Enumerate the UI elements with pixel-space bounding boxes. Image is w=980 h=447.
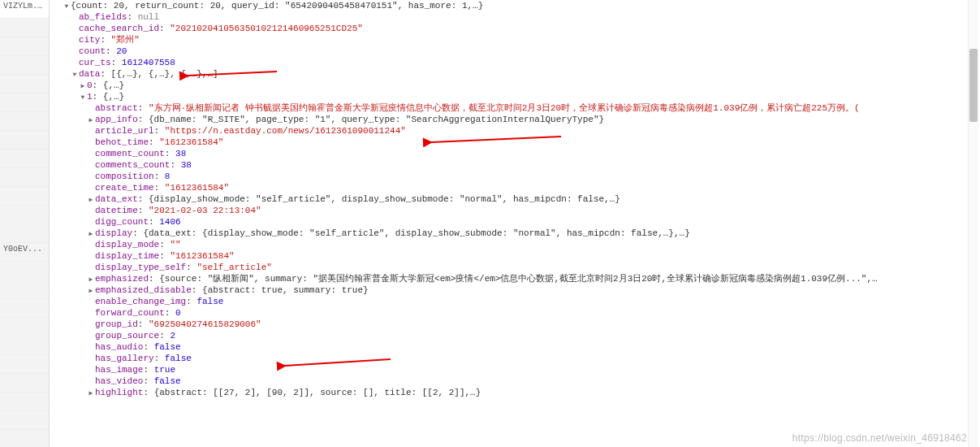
key-group_id: group_id bbox=[95, 319, 138, 329]
sidebar-item[interactable]: VIZYLm... bbox=[0, 0, 49, 19]
val-data: [{,…}, {,…}, {,…},…] bbox=[111, 69, 218, 79]
val-ab_fields: null bbox=[138, 12, 159, 22]
sidebar-item[interactable] bbox=[0, 430, 49, 447]
key-display_type_self: display_type_self bbox=[95, 263, 186, 272]
sidebar-item[interactable] bbox=[0, 187, 49, 206]
val-composition: 8 bbox=[165, 171, 171, 181]
key-1: 1 bbox=[87, 92, 93, 102]
expand-toggle[interactable] bbox=[87, 228, 95, 240]
val-article_url: "https://n.eastday.com/news/161236109001… bbox=[165, 126, 406, 136]
sidebar-item[interactable] bbox=[0, 206, 49, 224]
val-has_video: false bbox=[154, 376, 181, 386]
key-display_mode: display_mode bbox=[95, 240, 159, 250]
expand-toggle[interactable] bbox=[79, 80, 87, 92]
sidebar-item[interactable] bbox=[0, 393, 49, 411]
key-data: data bbox=[79, 69, 100, 79]
key-display: display bbox=[95, 228, 132, 238]
key-has_video: has_video bbox=[95, 376, 143, 386]
sidebar-item[interactable] bbox=[0, 299, 49, 318]
key-cache_search_id: cache_search_id bbox=[79, 24, 159, 33]
val-has_audio: false bbox=[154, 342, 181, 352]
key-display_time: display_time bbox=[95, 251, 159, 261]
val-comment_count: 38 bbox=[175, 149, 186, 158]
key-highlight: highlight bbox=[95, 388, 143, 397]
val-group_source: 2 bbox=[170, 331, 175, 341]
key-count: count bbox=[79, 46, 106, 56]
sidebar-item[interactable] bbox=[0, 168, 49, 187]
sidebar-item[interactable]: Y0oEV... bbox=[0, 243, 49, 262]
sidebar-item[interactable] bbox=[0, 374, 49, 393]
key-has_image: has_image bbox=[95, 365, 143, 375]
sidebar-item[interactable] bbox=[0, 93, 49, 112]
watermark: https://blog.csdn.net/weixin_46918462 bbox=[792, 432, 967, 444]
sidebar-item[interactable] bbox=[0, 318, 49, 336]
scrollbar-thumb[interactable] bbox=[969, 49, 978, 122]
val-count: 20 bbox=[116, 46, 127, 56]
expand-toggle[interactable] bbox=[79, 91, 87, 103]
val-digg_count: 1406 bbox=[159, 217, 180, 227]
scrollbar[interactable] bbox=[968, 0, 978, 447]
sidebar-item[interactable] bbox=[0, 131, 49, 150]
val-city: "郑州" bbox=[111, 35, 140, 45]
val-emphasized: {source: "纵相新闻", summary: "据美国约翰霍普金斯大学新冠… bbox=[159, 274, 877, 284]
sidebar-item[interactable] bbox=[0, 112, 49, 131]
val-abstract: "东方网·纵相新闻记者 钟书毓据美国约翰霍普金斯大学新冠疫情信息中心数据，截至北… bbox=[149, 103, 860, 113]
sidebar-item[interactable] bbox=[0, 224, 49, 243]
val-app_info: {db_name: "R_SITE", page_type: "1", quer… bbox=[149, 115, 604, 124]
key-ab_fields: ab_fields bbox=[79, 12, 127, 22]
val-forward_count: 0 bbox=[175, 308, 181, 318]
sidebar-item[interactable] bbox=[0, 336, 49, 355]
key-comment_count: comment_count bbox=[95, 149, 165, 158]
val-cache_search_id: "202102041056350102121460965251CD25" bbox=[170, 24, 363, 33]
key-enable_change_img: enable_change_img bbox=[95, 297, 186, 306]
expand-toggle[interactable] bbox=[87, 114, 95, 126]
key-data_ext: data_ext bbox=[95, 194, 138, 204]
expand-toggle[interactable] bbox=[87, 273, 95, 285]
key-forward_count: forward_count bbox=[95, 308, 165, 318]
key-group_source: group_source bbox=[95, 331, 159, 341]
val-1: {,…} bbox=[103, 92, 124, 102]
val-0: {,…} bbox=[103, 80, 124, 90]
json-viewer: {count: 20, return_count: 20, query_id: … bbox=[50, 0, 980, 447]
val-has_gallery: false bbox=[165, 354, 192, 363]
sidebar: VIZYLm...Y0oEV...MConten bbox=[0, 0, 50, 447]
key-cur_ts: cur_ts bbox=[79, 58, 111, 67]
sidebar-item[interactable] bbox=[0, 411, 49, 430]
key-app_info: app_info bbox=[95, 115, 138, 124]
key-digg_count: digg_count bbox=[95, 217, 149, 227]
val-emphasized_disable: {abstract: true, summary: true} bbox=[202, 285, 369, 295]
sidebar-item[interactable] bbox=[0, 150, 49, 168]
key-city: city bbox=[79, 35, 100, 45]
expand-toggle[interactable] bbox=[87, 387, 95, 399]
val-datetime: "2021-02-03 22:13:04" bbox=[149, 206, 261, 215]
sidebar-item[interactable] bbox=[0, 355, 49, 374]
val-display: {data_ext: {display_show_mode: "self_art… bbox=[143, 228, 689, 238]
key-behot_time: behot_time bbox=[95, 137, 149, 147]
key-article_url: article_url bbox=[95, 126, 154, 136]
val-create_time: "1612361584" bbox=[165, 183, 229, 193]
expand-toggle[interactable] bbox=[87, 193, 95, 206]
key-abstract: abstract bbox=[95, 103, 138, 113]
key-composition: composition bbox=[95, 171, 154, 181]
val-comments_count: 38 bbox=[181, 160, 192, 170]
val-has_image: true bbox=[154, 365, 175, 375]
sidebar-item[interactable] bbox=[0, 280, 49, 299]
sidebar-item[interactable] bbox=[0, 262, 49, 280]
val-behot_time: "1612361584" bbox=[159, 137, 223, 147]
key-emphasized_disable: emphasized_disable bbox=[95, 285, 192, 295]
key-has_gallery: has_gallery bbox=[95, 354, 154, 363]
sidebar-item[interactable] bbox=[0, 56, 49, 75]
expand-toggle[interactable] bbox=[71, 68, 79, 80]
sidebar-item[interactable] bbox=[0, 19, 49, 37]
val-data_ext: {display_show_mode: "self_article", disp… bbox=[149, 194, 620, 204]
key-has_audio: has_audio bbox=[95, 342, 143, 352]
val-group_id: "6925040274615829006" bbox=[149, 319, 261, 329]
key-datetime: datetime bbox=[95, 206, 138, 215]
sidebar-item[interactable] bbox=[0, 75, 49, 93]
val-display_time: "1612361584" bbox=[170, 251, 234, 261]
root-summary: {count: 20, return_count: 20, query_id: … bbox=[71, 1, 483, 11]
expand-toggle[interactable] bbox=[63, 0, 71, 12]
expand-toggle[interactable] bbox=[87, 284, 95, 297]
sidebar-item[interactable] bbox=[0, 37, 49, 56]
key-emphasized: emphasized bbox=[95, 274, 149, 284]
